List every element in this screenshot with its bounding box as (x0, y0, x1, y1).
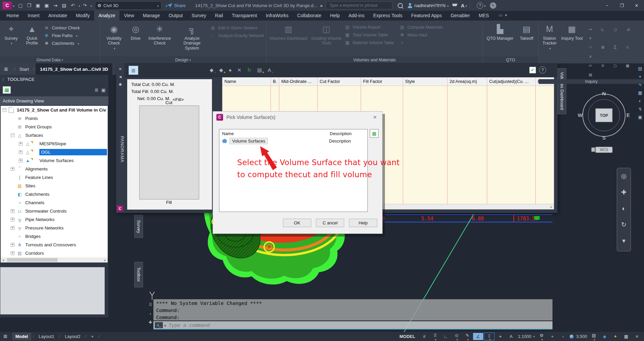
expand-icon[interactable] (19, 142, 23, 146)
ortho-icon[interactable]: ∟ (441, 333, 451, 340)
expand-title-icon[interactable] (321, 3, 323, 8)
toolspace-titlebar[interactable]: ⣿ TOOLSPACE (0, 75, 108, 84)
selection-cycling-icon[interactable]: ▯ (484, 333, 495, 340)
inquiry-tools-grid[interactable]: ↤ ◺ ❏ ⊿ ⌖ ⌒ ⊠ Σ ⌗ ✕ ≔ ⊙ ○ ▦ ▤ (585, 22, 642, 79)
checkbox-icon[interactable]: ✔ (529, 67, 536, 73)
restore-button[interactable]: ❐ (614, 0, 629, 11)
undo-icon[interactable]: ↶ (69, 3, 77, 8)
inquiry-tool-button[interactable]: ▦ Inquiry Tool (560, 22, 583, 79)
qto-manager-button[interactable]: ▙ QTO Manager (485, 22, 515, 56)
survey-button[interactable]: ⌖ Survey (2, 22, 20, 56)
new-layout-button[interactable]: + (88, 333, 97, 340)
expand-icon[interactable] (11, 209, 14, 213)
minimize-button[interactable]: − (600, 0, 614, 11)
tree-item-catchments[interactable]: ◧Catchments (1, 190, 108, 198)
col-b[interactable]: B. (271, 78, 279, 86)
wcs-icon[interactable] (592, 148, 595, 152)
tree-item-channels[interactable]: ≈Channels (1, 198, 108, 207)
status-menu-icon[interactable]: ≡ (632, 333, 642, 340)
help-caret[interactable] (483, 3, 486, 8)
refresh-icon[interactable]: ↻ (247, 67, 252, 73)
tree-item-point-groups[interactable]: ⊞Point Groups (1, 123, 108, 131)
workspace-switch-icon[interactable]: ⚙ (536, 333, 546, 340)
analyze-gravity-button[interactable]: ◌Analyze Gravity Network (210, 33, 264, 38)
tab-home[interactable]: Home (2, 11, 23, 21)
tree-item-bridges[interactable]: ∩Bridges (1, 232, 108, 241)
dialog-titlebar[interactable]: C Pick Volume Surface(s) ✕ (213, 112, 382, 123)
monitor-icon[interactable]: ▦ (621, 333, 631, 340)
expand-icon[interactable] (19, 159, 23, 162)
z-tracking-value[interactable]: 3.500 (569, 333, 588, 340)
tree-item-ogl[interactable]: △OGL (1, 148, 108, 156)
expand-icon[interactable] (11, 167, 14, 171)
tree-item-turnouts[interactable]: ⋔Turnouts and Crossovers (1, 241, 108, 249)
panel-label-inquiry[interactable]: Inquiry (539, 79, 644, 84)
tab-manage[interactable]: Manage (139, 11, 165, 21)
snap-mode-icon[interactable]: ⠿ (430, 333, 440, 340)
col-fill-factor[interactable]: Fill Factor (361, 78, 403, 86)
hamburger-icon[interactable] (3, 333, 7, 340)
panel-label-design[interactable]: Design (100, 56, 266, 63)
tree-item-points[interactable]: ⊕Points (1, 114, 108, 123)
customization-icon[interactable]: ✦ (610, 333, 620, 340)
visibility-check-button[interactable]: ◉ Visibility Check (102, 22, 126, 56)
help-button[interactable]: Help (349, 219, 377, 227)
layout1-tab[interactable]: Layout1 (35, 333, 58, 340)
catchments-button[interactable]: ✺Catchments (44, 41, 80, 46)
save-icon[interactable]: ▣ (34, 3, 42, 8)
flow-paths-button[interactable]: ❉Flow Paths (44, 33, 80, 38)
tab-featured-apps[interactable]: Featured Apps (407, 11, 446, 21)
grading-volume-tools-button[interactable]: ◫ Grading Volume Tools (310, 22, 343, 56)
search-icon[interactable] (398, 3, 403, 8)
tree-item-mespltslope[interactable]: △MESPltSlope (1, 140, 108, 148)
compass-east[interactable]: E (627, 112, 630, 118)
ribbon-display-toggle[interactable] (499, 11, 508, 21)
station-tracker-button[interactable]: M Station Tracker (541, 22, 558, 79)
command-history[interactable]: **** No System Variable Changed **** Com… (153, 299, 552, 320)
tab-infraworks[interactable]: InfraWorks (261, 11, 293, 21)
account-caret[interactable] (446, 3, 449, 8)
volumes-dashboard-button[interactable]: ▥ Volumes Dashboard (269, 22, 308, 56)
surface-list-item[interactable]: Volume Surfaces Description (219, 137, 367, 145)
report-icon[interactable]: ▤✦ (257, 67, 262, 73)
share-button[interactable]: Share (174, 3, 186, 8)
collapse-icon[interactable] (3, 108, 6, 112)
print-icon[interactable]: ▤ (60, 3, 68, 8)
create-surface-icon[interactable]: ◆✦ (219, 67, 223, 73)
tree-item-volume-surfaces[interactable]: ▲Volume Surfaces (1, 156, 108, 165)
cart-icon[interactable] (452, 4, 458, 7)
compass-west[interactable]: W (578, 112, 583, 118)
add-surface-icon[interactable]: ◆+ (210, 67, 214, 73)
compass-south[interactable]: S (602, 135, 606, 141)
tree-item-alignments[interactable]: ⌒Alignments (1, 165, 108, 173)
quick-profile-button[interactable]: ▲ Quick Profile (22, 22, 42, 56)
new-file-icon[interactable]: ▢ (16, 3, 25, 8)
delete-icon[interactable]: ✕ (237, 67, 242, 73)
annotate-icon[interactable]: A+ (267, 67, 271, 73)
tab-genabler[interactable]: Genabler (446, 11, 474, 21)
help-search[interactable] (326, 1, 392, 9)
toolbox-palette-tab[interactable]: Toolbox (134, 262, 143, 287)
view-compass[interactable]: N W E S TOP WCS (572, 80, 636, 158)
expand-icon[interactable] (11, 218, 14, 221)
col-name[interactable]: Name (222, 78, 271, 86)
col-2d-area[interactable]: 2d Area(sq.m) (448, 78, 487, 86)
search-input[interactable] (329, 3, 389, 8)
redo-icon[interactable]: ↷ (81, 3, 89, 8)
expand-icon[interactable] (11, 251, 14, 255)
grip-icon[interactable]: ⣿ (2, 78, 5, 81)
ok-button[interactable]: OK (283, 219, 311, 227)
save-as-icon[interactable]: ▣ (43, 3, 51, 8)
material-volume-table-button[interactable]: ▦Material Volume Table (345, 40, 394, 45)
tab-rail[interactable]: Rail (211, 11, 227, 21)
command-prompt-icon[interactable]: >_ (155, 322, 163, 328)
col-cut-adjusted[interactable]: Cut(adjusted)(Cu. ... (487, 78, 536, 86)
hamburger-icon[interactable] (4, 65, 8, 73)
col-mid-ordinate[interactable]: Mid-Ordinate ... (279, 78, 318, 86)
tree-item-corridors[interactable]: ▤Corridors (1, 249, 108, 257)
open-file-icon[interactable]: ❒ (25, 3, 33, 8)
crosshair-icon[interactable]: + (547, 333, 557, 340)
takeoff-button[interactable]: ▤ Takeoff (517, 22, 536, 56)
toolspace-hscrollbar[interactable]: ◂▸ (1, 257, 108, 262)
panel-label-ground-data[interactable]: Ground Data (0, 56, 100, 63)
